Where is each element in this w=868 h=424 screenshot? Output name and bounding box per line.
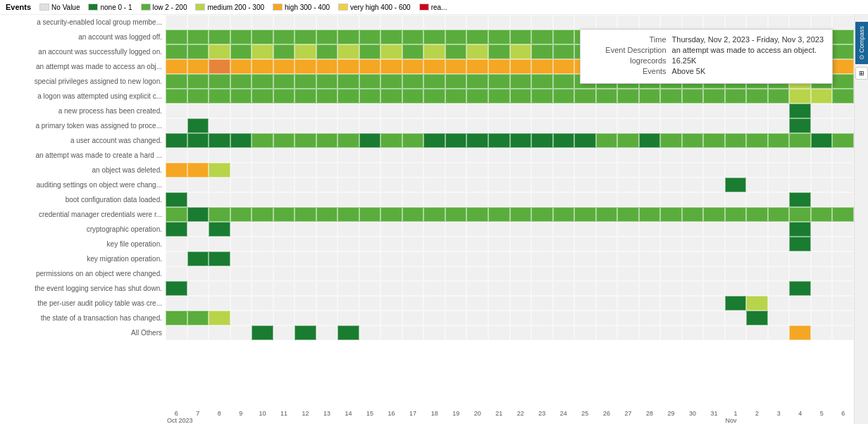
cell[interactable] [725, 237, 747, 251]
cell[interactable] [316, 281, 338, 296]
cell[interactable] [617, 192, 639, 207]
cell[interactable] [811, 177, 833, 192]
cell[interactable] [316, 104, 338, 118]
cell[interactable] [531, 296, 553, 311]
cell[interactable] [639, 89, 661, 104]
cell[interactable] [639, 237, 661, 251]
cell[interactable] [789, 148, 811, 163]
cell[interactable] [187, 281, 209, 296]
cell[interactable] [294, 222, 316, 237]
cell[interactable] [380, 59, 402, 74]
cell[interactable] [510, 192, 532, 207]
cell[interactable] [811, 163, 833, 177]
cell[interactable] [252, 89, 273, 104]
cell[interactable] [445, 177, 467, 192]
cell[interactable] [488, 74, 510, 89]
cell[interactable] [510, 237, 532, 251]
cell[interactable] [703, 222, 725, 237]
cell[interactable] [682, 296, 704, 311]
cell[interactable] [359, 237, 381, 251]
cell[interactable] [252, 207, 273, 222]
cell[interactable] [209, 89, 230, 104]
cell[interactable] [746, 222, 768, 237]
cell[interactable] [596, 207, 618, 222]
cell[interactable] [510, 89, 532, 104]
cell[interactable] [660, 192, 682, 207]
cell[interactable] [510, 104, 532, 118]
cell[interactable] [294, 104, 316, 118]
cell[interactable] [488, 89, 510, 104]
cell[interactable] [574, 163, 596, 177]
cell[interactable] [488, 281, 510, 296]
cell[interactable] [832, 177, 854, 192]
cell[interactable] [574, 325, 596, 340]
cell[interactable] [445, 222, 467, 237]
cell[interactable] [832, 133, 854, 148]
cell[interactable] [639, 192, 661, 207]
cell[interactable] [746, 15, 768, 30]
cell[interactable] [703, 207, 725, 222]
cell[interactable] [445, 325, 467, 340]
cell[interactable] [466, 59, 488, 74]
cell[interactable] [811, 89, 833, 104]
cell[interactable] [660, 118, 682, 133]
cell[interactable] [789, 207, 811, 222]
cell[interactable] [660, 266, 682, 281]
cell[interactable] [789, 192, 811, 207]
cell[interactable] [230, 192, 252, 207]
cell[interactable] [402, 266, 424, 281]
cell[interactable] [789, 311, 811, 325]
cell[interactable] [316, 118, 338, 133]
cell[interactable] [703, 15, 725, 30]
cell[interactable] [380, 222, 402, 237]
cell[interactable] [209, 163, 230, 177]
cell[interactable] [617, 148, 639, 163]
cell[interactable] [553, 104, 575, 118]
cell[interactable] [703, 177, 725, 192]
cell[interactable] [402, 296, 424, 311]
cell[interactable] [273, 163, 295, 177]
cell[interactable] [380, 325, 402, 340]
cell[interactable] [789, 133, 811, 148]
cell[interactable] [811, 296, 833, 311]
cell[interactable] [488, 163, 510, 177]
cell[interactable] [187, 237, 209, 251]
cell[interactable] [510, 251, 532, 266]
cell[interactable] [316, 74, 338, 89]
cell[interactable] [682, 281, 704, 296]
cell[interactable] [230, 266, 252, 281]
cell[interactable] [423, 15, 445, 30]
cell[interactable] [617, 281, 639, 296]
cell[interactable] [725, 251, 747, 266]
cell[interactable] [746, 133, 768, 148]
cell[interactable] [660, 104, 682, 118]
cell[interactable] [768, 325, 790, 340]
cell[interactable] [768, 148, 790, 163]
cell[interactable] [768, 207, 790, 222]
cell[interactable] [768, 296, 790, 311]
cell[interactable] [682, 251, 704, 266]
cell[interactable] [531, 15, 553, 30]
cell[interactable] [639, 222, 661, 237]
cell[interactable] [617, 237, 639, 251]
cell[interactable] [811, 237, 833, 251]
cell[interactable] [574, 266, 596, 281]
cell[interactable] [531, 222, 553, 237]
cell[interactable] [682, 118, 704, 133]
cell[interactable] [531, 118, 553, 133]
cell[interactable] [445, 59, 467, 74]
cell[interactable] [380, 15, 402, 30]
cell[interactable] [510, 207, 532, 222]
cell[interactable] [553, 89, 575, 104]
cell[interactable] [445, 15, 467, 30]
cell[interactable] [402, 163, 424, 177]
cell[interactable] [294, 59, 316, 74]
cell[interactable] [294, 163, 316, 177]
cell[interactable] [359, 148, 381, 163]
cell[interactable] [273, 237, 295, 251]
cell[interactable] [166, 44, 187, 59]
cell[interactable] [725, 177, 747, 192]
cell[interactable] [531, 59, 553, 74]
cell[interactable] [294, 237, 316, 251]
cell[interactable] [660, 89, 682, 104]
